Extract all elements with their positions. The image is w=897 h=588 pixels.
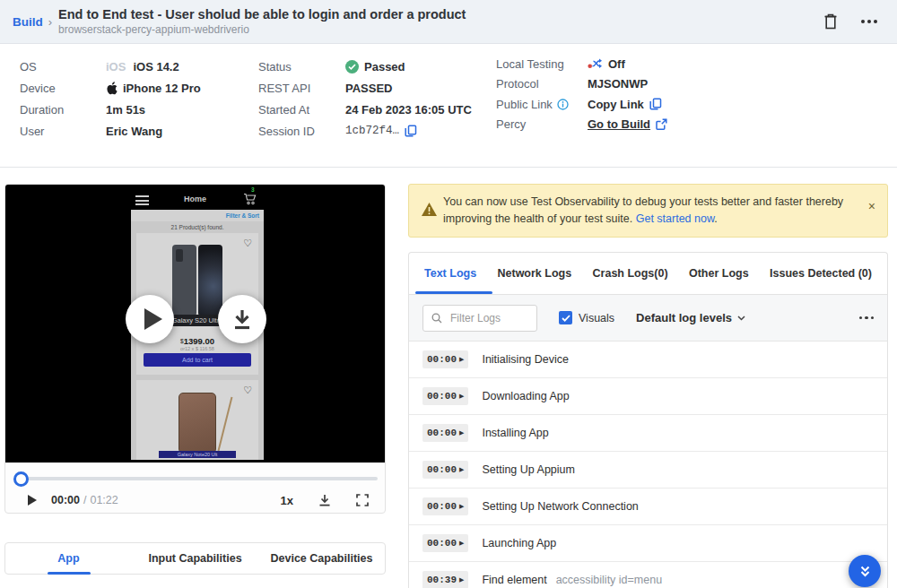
video-seekbar[interactable] [21, 477, 378, 480]
total-time: 01:22 [90, 494, 118, 506]
filter-logs-input-wrap [422, 305, 537, 332]
fullscreen-button[interactable] [356, 494, 369, 506]
copy-session-icon[interactable] [405, 125, 417, 137]
public-link-label: Public Link [496, 98, 553, 111]
page-subtitle: browserstack-percy-appium-webdriverio [58, 23, 466, 37]
cart-count-badge: 3 [251, 186, 255, 193]
status-value: Passed [364, 60, 405, 74]
logs-more-options-icon[interactable] [859, 316, 875, 320]
delete-icon[interactable] [823, 13, 838, 30]
log-row[interactable]: 00:00▶ Installing App [409, 415, 887, 452]
app-cart-icon: 3 [243, 193, 257, 209]
visuals-checkbox[interactable] [559, 311, 572, 324]
log-timestamp-badge[interactable]: 00:00▶ [422, 497, 468, 515]
status-row: Status Passed [258, 56, 472, 77]
more-options-icon[interactable] [861, 20, 877, 23]
play-button[interactable] [28, 495, 37, 506]
tab-input-capabilities[interactable]: Input Capabilities [132, 543, 258, 574]
download-video-button[interactable] [318, 494, 331, 506]
tab-app[interactable]: App [5, 543, 132, 574]
logs-filter-bar: Visuals Default log levels [409, 295, 887, 342]
tab-crash-logs[interactable]: Crash Logs(0) [593, 253, 668, 294]
download-overlay-button[interactable] [218, 295, 266, 343]
tab-text-logs[interactable]: Text Logs [424, 253, 476, 294]
log-row[interactable]: 00:00▶ Setting Up Appium [409, 452, 887, 489]
play-icon [144, 308, 162, 330]
breadcrumb[interactable]: Build [13, 15, 43, 29]
chevron-down-icon [737, 316, 745, 321]
page-title: End to End test - User sholud be able to… [58, 6, 466, 22]
session-id-value: 1cb72f4… [345, 125, 399, 137]
log-timestamp-badge[interactable]: 00:00▶ [422, 387, 468, 405]
app-title: Home [5, 195, 385, 203]
log-timestamp-badge[interactable]: 00:39▶ [422, 571, 468, 588]
title-block: End to End test - User sholud be able to… [58, 6, 466, 37]
os-row: OS iOSiOS 14.2 [20, 56, 201, 77]
video-frame[interactable]: Home 3 Filter & Sort 21 Product(s) found… [5, 185, 385, 463]
user-label: User [20, 125, 106, 138]
seekbar-handle[interactable] [13, 471, 29, 487]
rest-api-label: REST API [258, 82, 345, 95]
scroll-to-bottom-button[interactable] [849, 555, 881, 587]
user-row: User Eric Wang [20, 120, 201, 142]
rest-api-row: REST API PASSED [258, 77, 472, 99]
video-player-card: Home 3 Filter & Sort 21 Product(s) found… [4, 184, 386, 514]
double-chevron-down-icon [858, 565, 872, 578]
info-icon[interactable] [557, 99, 569, 110]
log-row[interactable]: 00:00▶ Downloading App [409, 378, 887, 415]
passed-check-icon [345, 60, 359, 74]
get-started-link[interactable]: Get started now [636, 212, 715, 225]
observability-banner: You can now use Test Observability to de… [408, 184, 888, 238]
device-label: Device [20, 82, 106, 95]
log-row[interactable]: 00:00▶ Initialising Device [409, 342, 887, 378]
log-timestamp-badge[interactable]: 00:00▶ [422, 461, 468, 479]
tab-other-logs[interactable]: Other Logs [689, 253, 749, 294]
log-text: Initialising Device [482, 353, 569, 366]
public-link-row: Public Link Copy Link [496, 94, 667, 115]
capabilities-tabs: App Input Capabilities Device Capabiliti… [4, 542, 386, 575]
started-at-row: Started At 24 Feb 2023 16:05 UTC [258, 99, 472, 120]
product-image-s20 [172, 245, 222, 316]
copy-link-icon[interactable] [649, 98, 662, 110]
apple-icon [106, 82, 118, 95]
wishlist-heart-icon-2: ♡ [243, 385, 252, 395]
go-to-build-link[interactable]: Go to Build [588, 117, 667, 131]
logs-tabs: Text Logs Network Logs Crash Logs(0) Oth… [409, 253, 887, 295]
play-overlay-button[interactable] [126, 295, 174, 343]
tab-issues-detected[interactable]: Issues Detected (0) [770, 253, 872, 294]
started-at-value: 24 Feb 2023 16:05 UTC [345, 103, 472, 117]
log-timestamp-badge[interactable]: 00:00▶ [422, 424, 468, 442]
local-testing-row: Local Testing Off [496, 54, 667, 74]
log-timestamp-badge[interactable]: 00:00▶ [422, 534, 468, 552]
stylus-pen [217, 397, 232, 452]
log-row[interactable]: 00:00▶ Setting Up Network Connection [409, 489, 887, 525]
log-row[interactable]: 00:00▶ Launching App [409, 525, 887, 562]
tab-network-logs[interactable]: Network Logs [498, 253, 572, 294]
session-id-row: Session ID 1cb72f4… [258, 120, 472, 142]
log-row[interactable]: 00:39▶ Find element accessibility id=men… [409, 562, 887, 588]
duration-value: 1m 51s [106, 103, 145, 117]
summary-column-2: Status Passed REST API PASSED Started At… [258, 56, 472, 142]
log-levels-dropdown[interactable]: Default log levels [636, 311, 745, 324]
search-icon [431, 313, 442, 324]
filter-logs-input[interactable] [448, 311, 529, 325]
started-at-label: Started At [258, 103, 345, 117]
banner-close-icon[interactable]: × [868, 200, 875, 212]
download-icon [231, 307, 254, 331]
protocol-value: MJSONWP [588, 77, 648, 91]
breadcrumb-separator: › [48, 15, 52, 29]
session-id-label: Session ID [258, 125, 345, 138]
summary-column-1: OS iOSiOS 14.2 Device iPhone 12 Pro Dura… [20, 56, 201, 142]
copy-public-link[interactable]: Copy Link [588, 98, 662, 111]
protocol-label: Protocol [496, 77, 539, 91]
logs-panel: Text Logs Network Logs Crash Logs(0) Oth… [408, 252, 888, 588]
banner-text: You can now use Test Observability to de… [443, 194, 860, 228]
product-installment: or12 x $ 116.58 [136, 346, 258, 351]
rest-api-value: PASSED [345, 82, 393, 95]
log-timestamp-badge[interactable]: 00:00▶ [422, 350, 468, 368]
external-link-icon [656, 118, 667, 130]
status-label: Status [258, 60, 345, 74]
playback-speed-button[interactable]: 1x [281, 494, 293, 507]
tab-device-capabilities[interactable]: Device Capabilities [258, 543, 385, 574]
header-actions [823, 13, 877, 30]
